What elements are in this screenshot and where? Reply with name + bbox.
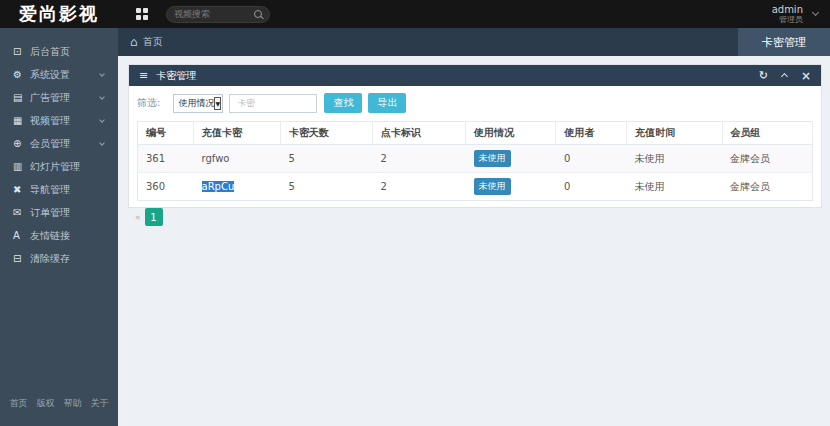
panel-body: 筛选: 使用情况 ▼ 查找 导出 [129, 86, 821, 234]
status-badge[interactable]: 未使用 [474, 178, 511, 195]
search-input[interactable] [174, 9, 254, 19]
sidebar-item-视频管理[interactable]: ▦视频管理 [0, 109, 118, 132]
panel-header: ≡ 卡密管理 ↻ × [129, 65, 821, 86]
sidebar-item-label: 友情链接 [30, 229, 106, 243]
sidebar-item-友情链接[interactable]: A友情链接 [0, 224, 118, 247]
sidebar-item-label: 导航管理 [30, 183, 106, 197]
column-header: 卡密天数 [281, 122, 373, 145]
members-icon: ⊕ [13, 138, 30, 149]
chevron-down-icon [99, 140, 105, 146]
sidebar-menu: ⊡后台首页⚙系统设置▤广告管理▦视频管理⊕会员管理▥幻灯片管理✖导航管理✉订单管… [0, 28, 118, 270]
filter-label: 筛选: [137, 96, 160, 110]
sidebar: ⊡后台首页⚙系统设置▤广告管理▦视频管理⊕会员管理▥幻灯片管理✖导航管理✉订单管… [0, 28, 118, 426]
sidebar-item-系统设置[interactable]: ⚙系统设置 [0, 63, 118, 86]
column-header: 充值卡密 [194, 122, 281, 145]
font-icon: A [13, 230, 30, 241]
column-header: 使用情况 [466, 122, 556, 145]
envelope-icon: ✉ [13, 207, 30, 218]
table-row: 361rgfwo52未使用0未使用金牌会员 [138, 145, 813, 173]
table-header-row: 编号充值卡密卡密天数点卡标识使用情况使用者充值时间会员组 [138, 122, 813, 145]
breadcrumb[interactable]: 首页 [143, 35, 163, 49]
app-logo: 爱尚影视 [0, 0, 118, 28]
video-icon: ▦ [13, 115, 30, 126]
table-cell: 0 [556, 173, 627, 201]
card-key-input[interactable] [229, 94, 317, 113]
footer-link-版权[interactable]: 版权 [37, 397, 55, 410]
status-cell: 未使用 [466, 173, 556, 201]
shuffle-icon: ✖ [13, 184, 30, 195]
table-cell: 金牌会员 [722, 173, 813, 201]
active-page-tab[interactable]: 卡密管理 [738, 28, 830, 56]
sidebar-item-label: 幻灯片管理 [30, 160, 106, 174]
sidebar-item-会员管理[interactable]: ⊕会员管理 [0, 132, 118, 155]
app-window: 爱尚影视 admin 管理员 ⊡后台首页⚙系统设置▤广告管理▦视频管理⊕会员管理… [0, 0, 830, 426]
card-key-table: 编号充值卡密卡密天数点卡标识使用情况使用者充值时间会员组 361rgfwo52未… [137, 121, 813, 201]
table-cell: 未使用 [627, 173, 722, 201]
apps-grid-icon[interactable] [136, 8, 148, 20]
search-icon[interactable] [254, 10, 262, 18]
filter-row: 筛选: 使用情况 ▼ 查找 导出 [137, 93, 813, 113]
card-key-panel: ≡ 卡密管理 ↻ × 筛选: 使用情况 ▼ [128, 64, 822, 208]
status-cell: 未使用 [466, 145, 556, 173]
close-icon[interactable]: × [801, 70, 811, 82]
sidebar-item-label: 系统设置 [30, 68, 100, 82]
table-cell: 5 [281, 173, 373, 201]
card-key-text: rgfwo [202, 153, 230, 164]
table-cell: 0 [556, 145, 627, 173]
search-button[interactable]: 查找 [324, 93, 362, 113]
footer-link-帮助[interactable]: 帮助 [64, 397, 82, 410]
sidebar-item-label: 后台首页 [30, 45, 106, 59]
video-search-box[interactable] [166, 6, 270, 23]
sidebar-item-清除缓存[interactable]: ⊟清除缓存 [0, 247, 118, 270]
slides-icon: ▥ [13, 161, 30, 172]
sidebar-item-导航管理[interactable]: ✖导航管理 [0, 178, 118, 201]
chevron-down-icon [99, 94, 105, 100]
topbar-main: admin 管理员 [118, 0, 830, 28]
list-icon: ≡ [139, 69, 148, 82]
column-header: 点卡标识 [372, 122, 465, 145]
chevron-down-icon [99, 71, 105, 77]
chevron-down-icon [812, 9, 819, 16]
select-value: 使用情况 [178, 97, 214, 110]
table-cell: 金牌会员 [722, 145, 813, 173]
chevron-down-icon [99, 117, 105, 123]
main-area: ⌂ 首页 卡密管理 ≡ 卡密管理 ↻ × [118, 28, 830, 426]
sidebar-item-订单管理[interactable]: ✉订单管理 [0, 201, 118, 224]
sidebar-footer: 首页版权帮助关于 [0, 397, 118, 410]
table-cell: 5 [281, 145, 373, 173]
breadcrumb-bar: ⌂ 首页 卡密管理 [118, 28, 830, 56]
user-role: 管理员 [772, 15, 803, 24]
sidebar-item-后台首页[interactable]: ⊡后台首页 [0, 40, 118, 63]
footer-link-关于[interactable]: 关于 [91, 397, 109, 410]
sidebar-item-广告管理[interactable]: ▤广告管理 [0, 86, 118, 109]
table-cell: 2 [372, 145, 465, 173]
table-cell: 360 [138, 173, 194, 201]
table-cell: 361 [138, 145, 194, 173]
user-menu[interactable]: admin 管理员 [772, 4, 818, 25]
refresh-icon[interactable]: ↻ [759, 70, 768, 81]
card-key-cell: aRpCu [194, 173, 281, 201]
status-badge[interactable]: 未使用 [474, 150, 511, 167]
sidebar-item-幻灯片管理[interactable]: ▥幻灯片管理 [0, 155, 118, 178]
user-name: admin [772, 4, 803, 16]
card-key-cell: rgfwo [194, 145, 281, 173]
collapse-icon[interactable] [781, 73, 788, 80]
panel-title: 卡密管理 [156, 69, 196, 83]
content-area: ≡ 卡密管理 ↻ × 筛选: 使用情况 ▼ [118, 56, 830, 426]
pagination-prev[interactable]: « [135, 212, 141, 222]
column-header: 编号 [138, 122, 194, 145]
select-arrow-icon: ▼ [214, 97, 221, 110]
pagination-page-1[interactable]: 1 [145, 208, 163, 226]
table-body: 361rgfwo52未使用0未使用金牌会员360aRpCu52未使用0未使用金牌… [138, 145, 813, 201]
pagination: « 1 [137, 208, 813, 226]
footer-link-首页[interactable]: 首页 [10, 397, 28, 410]
sidebar-item-label: 订单管理 [30, 206, 106, 220]
column-header: 充值时间 [627, 122, 722, 145]
status-filter-select[interactable]: 使用情况 ▼ [173, 94, 223, 113]
home-icon: ⌂ [130, 35, 138, 49]
column-header: 使用者 [556, 122, 627, 145]
export-button[interactable]: 导出 [368, 93, 406, 113]
sidebar-item-label: 清除缓存 [30, 252, 106, 266]
topbar: 爱尚影视 admin 管理员 [0, 0, 830, 28]
calendar-icon: ⊟ [13, 253, 30, 264]
